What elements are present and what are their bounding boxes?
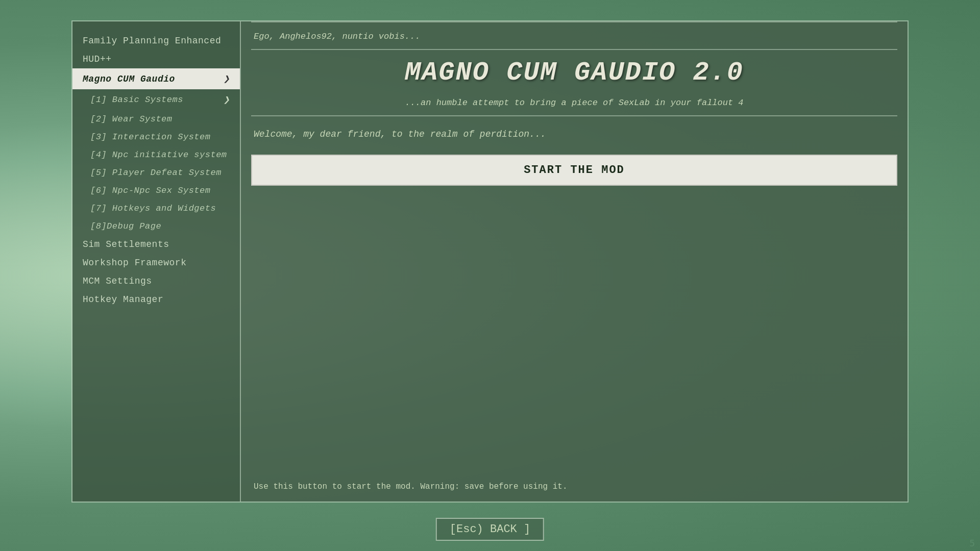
sidebar-item-player-defeat[interactable]: [5] Player Defeat System [72,164,240,182]
subtitle-text: Ego, Anghelos92, nuntio vobis... [241,22,908,49]
sidebar-item-sim-settlements[interactable]: Sim Settlements [72,235,240,254]
left-panel: Family Planning Enhanced HUD++ Magno CUM… [72,21,241,502]
right-panel: Ego, Anghelos92, nuntio vobis... MAGNO C… [241,21,908,502]
mod-title: MAGNO CUM GAUDIO 2.0 [241,50,908,95]
sidebar-item-hud-plus[interactable]: HUD++ [72,50,240,68]
corner-badge: 5 [969,538,975,548]
sidebar-item-hotkey-manager[interactable]: Hotkey Manager [72,290,240,309]
arrow-icon: ❯ [223,72,230,85]
sidebar-item-mcm-settings[interactable]: MCM Settings [72,272,240,290]
sidebar-item-hotkeys-widgets[interactable]: [7] Hotkeys and Widgets [72,199,240,217]
sidebar-item-npc-sex[interactable]: [6] Npc-Npc Sex System [72,182,240,199]
welcome-text: Welcome, my dear friend, to the realm of… [241,116,908,149]
start-mod-button[interactable]: START THE MOD [251,155,897,186]
sidebar-item-magno-cum-gaudio[interactable]: Magno CUM Gaudio ❯ [72,68,240,89]
sidebar-item-interaction-system[interactable]: [3] Interaction System [72,128,240,146]
arrow-icon: ❯ [223,93,230,106]
footer-note: Use this button to start the mod. Warnin… [241,472,908,502]
sidebar-item-basic-systems[interactable]: [1] Basic Systems ❯ [72,89,240,110]
sidebar-item-wear-system[interactable]: [2] Wear System [72,110,240,128]
sidebar-item-debug-page[interactable]: [8]Debug Page [72,217,240,235]
sidebar-item-workshop-framework[interactable]: Workshop Framework [72,254,240,272]
back-button[interactable]: [Esc) BACK ] [436,518,544,541]
sidebar-item-family-planning[interactable]: Family Planning Enhanced [72,32,240,50]
main-container: Family Planning Enhanced HUD++ Magno CUM… [71,20,909,503]
sidebar-item-npc-initiative[interactable]: [4] Npc initiative system [72,146,240,164]
mod-description: ...an humble attempt to bring a piece of… [241,95,908,115]
